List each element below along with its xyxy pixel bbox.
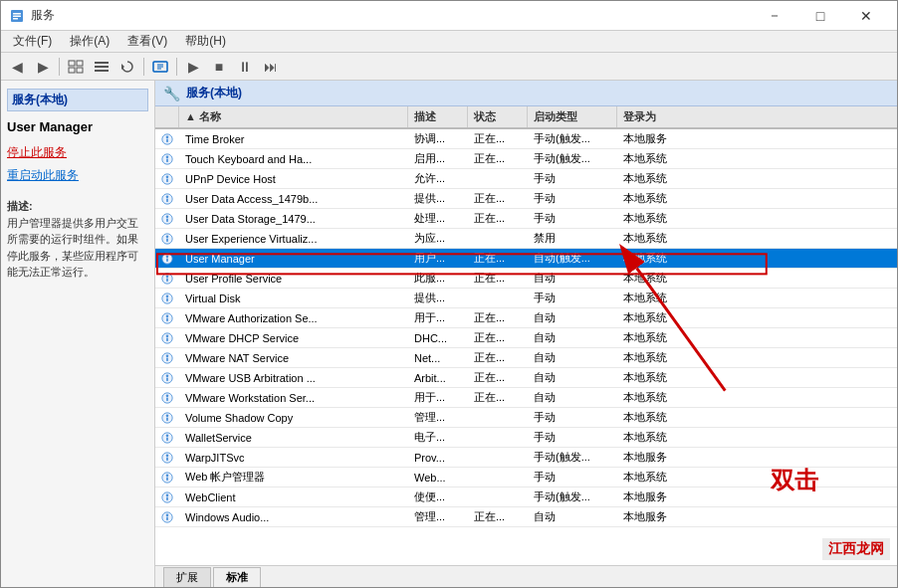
window-title: 服务 [31,7,55,24]
col-startup[interactable]: 启动类型 [528,106,617,127]
table-row[interactable]: VMware Authorization Se... 用于... 正在... 自… [155,308,897,328]
svg-point-17 [166,135,169,138]
main-window: 服务 － □ ✕ 文件(F) 操作(A) 查看(V) 帮助(H) ◀ ▶ [0,0,898,588]
service-startup: 手动(触发... [528,488,617,506]
service-name: User Data Access_1479b... [179,191,408,207]
col-name[interactable]: ▲ 名称 [179,106,408,127]
service-status: 正在... [468,388,528,407]
service-status [468,296,528,300]
table-row[interactable]: WalletService 电子... 手动 本地系统 [155,428,897,448]
minimize-button[interactable]: － [752,1,797,31]
svg-point-62 [166,434,169,437]
service-status: 正在... [468,129,528,148]
service-icon-cell [155,429,179,447]
service-startup: 禁用 [528,229,617,248]
menu-view[interactable]: 查看(V) [119,31,175,52]
svg-rect-4 [69,61,75,66]
table-row[interactable]: Time Broker 协调... 正在... 手动(触发... 本地服务 [155,129,897,149]
svg-rect-21 [166,158,168,161]
service-startup: 手动(触发... [528,149,617,168]
service-login: 本地系统 [617,209,697,228]
service-startup: 手动(触发... [528,448,617,467]
tab-standard[interactable]: 标准 [213,567,261,587]
view-button[interactable] [64,55,88,79]
service-startup: 手动 [528,189,617,208]
table-row[interactable]: VMware NAT Service Net... 正在... 自动 本地系统 [155,348,897,368]
refresh-button[interactable] [115,55,139,79]
play-button[interactable]: ▶ [181,55,205,79]
properties-button[interactable] [148,55,172,79]
back-button[interactable]: ◀ [5,55,29,79]
service-name: VMware Workstation Ser... [179,390,408,406]
restart-service-link[interactable]: 重启动此服务 [7,167,148,184]
service-login: 本地系统 [617,388,697,407]
svg-rect-2 [13,15,21,17]
table-row[interactable]: VMware DHCP Service DHC... 正在... 自动 本地系统 [155,328,897,348]
restart-button[interactable]: ⏭ [259,55,283,79]
table-row[interactable]: User Manager 用户... 正在... 自动(触发... 本地系统 [155,249,897,269]
tab-extend[interactable]: 扩展 [163,567,211,587]
col-desc[interactable]: 描述 [408,106,468,127]
table-row[interactable]: Touch Keyboard and Ha... 启用... 正在... 手动(… [155,149,897,169]
service-status [468,436,528,440]
svg-rect-5 [77,61,83,66]
table-row[interactable]: User Experience Virtualiz... 为应... 禁用 本地… [155,229,897,249]
svg-rect-48 [166,337,168,340]
table-row[interactable]: UPnP Device Host 允许... 手动 本地系统 [155,169,897,189]
menu-help[interactable]: 帮助(H) [177,31,234,52]
service-desc: 此服... [408,269,468,288]
service-startup: 手动 [528,408,617,427]
svg-rect-51 [166,357,168,360]
separator-2 [143,58,144,76]
svg-point-20 [166,155,169,158]
maximize-button[interactable]: □ [797,1,843,31]
svg-point-59 [166,414,169,417]
table-row[interactable]: Virtual Disk 提供... 手动 本地系统 [155,289,897,308]
panel-header: 🔧 服务(本地) [155,81,897,106]
table-row[interactable]: VMware Workstation Ser... 用于... 正在... 自动… [155,388,897,408]
menu-action[interactable]: 操作(A) [62,31,117,52]
forward-button[interactable]: ▶ [31,55,55,79]
service-startup: 自动 [528,328,617,347]
service-desc: 使便... [408,488,468,506]
close-button[interactable]: ✕ [843,1,889,31]
service-icon-cell [155,489,179,506]
toolbar: ◀ ▶ ▶ ■ ⏸ ⏭ [1,53,897,81]
svg-point-50 [166,354,169,357]
list-button[interactable] [90,55,113,79]
menu-file[interactable]: 文件(F) [5,31,60,52]
stop-service-link[interactable]: 停止此服务 [7,144,148,161]
service-status [468,476,528,480]
svg-rect-24 [166,178,168,181]
service-login: 本地服务 [617,448,697,467]
stop-button[interactable]: ■ [207,55,231,79]
table-row[interactable]: VMware USB Arbitration ... Arbit... 正在..… [155,368,897,388]
pause-button[interactable]: ⏸ [233,55,257,79]
table-row[interactable]: User Data Access_1479b... 提供... 正在... 手动… [155,189,897,209]
svg-rect-60 [166,417,168,420]
col-login[interactable]: 登录为 [617,106,697,127]
service-status [468,416,528,420]
svg-rect-57 [166,397,168,400]
table-row[interactable]: Volume Shadow Copy 管理... 手动 本地系统 [155,408,897,428]
service-status: 正在... [468,189,528,208]
service-login: 本地系统 [617,468,697,487]
table-row[interactable]: Windows Audio... 管理... 正在... 自动 本地服务 [155,507,897,527]
svg-rect-27 [166,198,168,201]
service-login: 本地系统 [617,428,697,447]
svg-rect-66 [166,457,168,460]
svg-rect-63 [166,437,168,440]
service-desc: 提供... [408,189,468,208]
service-name: VMware Authorization Se... [179,310,408,326]
title-bar-left: 服务 [9,7,55,24]
table-row[interactable]: User Profile Service 此服... 正在... 自动 本地系统 [155,269,897,289]
service-startup: 自动 [528,269,617,288]
service-icon-cell [155,309,179,327]
service-name: Touch Keyboard and Ha... [179,151,408,167]
service-icon-cell [155,230,179,248]
col-status[interactable]: 状态 [468,106,528,127]
table-row[interactable]: User Data Storage_1479... 处理... 正在... 手动… [155,209,897,229]
service-login: 本地服务 [617,129,697,148]
svg-rect-9 [95,66,109,68]
service-login: 本地系统 [617,189,697,208]
